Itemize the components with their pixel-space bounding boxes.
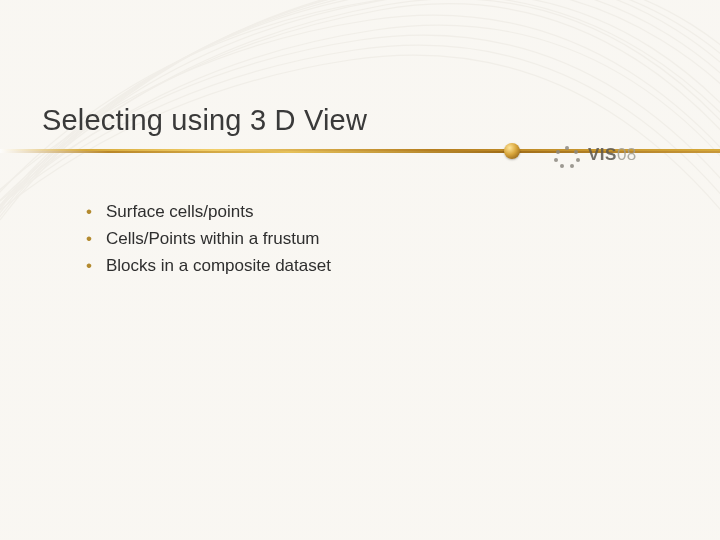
divider-bead-icon — [504, 143, 520, 159]
logo-text-light: 08 — [617, 145, 637, 164]
bullet-list: Surface cells/points Cells/Points within… — [42, 201, 660, 282]
logo-text-bold: VIS — [588, 145, 617, 164]
slide-title: Selecting using 3 D View — [42, 104, 367, 137]
logo-text: VIS08 — [588, 145, 637, 165]
logo-mark-icon — [552, 144, 582, 166]
list-item: Cells/Points within a frustum — [82, 228, 660, 250]
list-item: Surface cells/points — [82, 201, 660, 223]
slide: Selecting using 3 D View VIS08 Surface c… — [0, 0, 720, 540]
logo: VIS08 — [552, 138, 692, 172]
list-item: Blocks in a composite dataset — [82, 255, 660, 277]
